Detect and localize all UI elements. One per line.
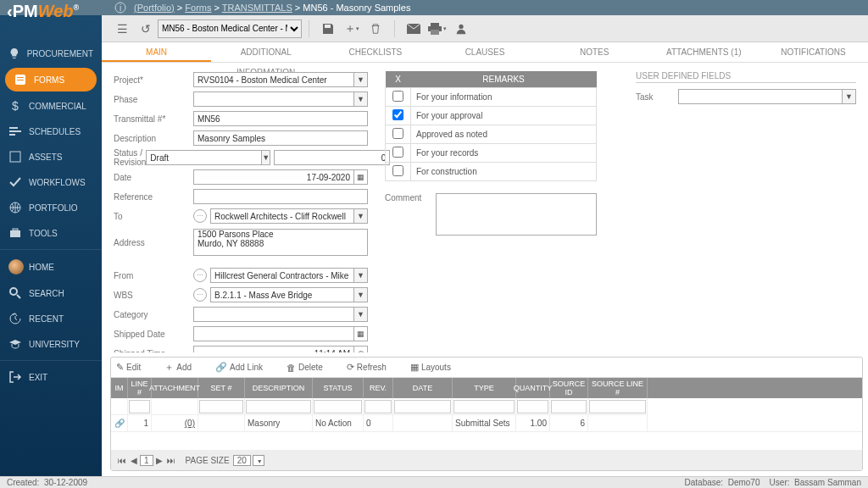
grid-col-source-id[interactable]: SOURCE ID bbox=[550, 378, 588, 398]
filter-input[interactable] bbox=[394, 400, 451, 413]
sidebar-item-forms[interactable]: FORMS bbox=[5, 68, 97, 92]
delete-icon[interactable] bbox=[365, 19, 386, 39]
user-icon[interactable] bbox=[451, 19, 471, 39]
bc-forms[interactable]: Forms bbox=[185, 3, 211, 13]
grid-col-line[interactable]: LINE # bbox=[128, 378, 152, 398]
list-view-icon[interactable]: ☰ bbox=[112, 19, 132, 39]
sidebar-item-assets[interactable]: ASSETS bbox=[0, 144, 102, 169]
sidebar-item-procurement[interactable]: PROCUREMENT bbox=[0, 41, 102, 66]
grid-col-status[interactable]: STATUS bbox=[313, 378, 364, 398]
sidebar-item-schedules[interactable]: SCHEDULES bbox=[0, 119, 102, 144]
tab-checklists[interactable]: CHECKLISTS bbox=[320, 42, 430, 62]
pager-first-icon[interactable]: ⏮ bbox=[116, 456, 128, 465]
chevron-down-icon[interactable]: ▼ bbox=[354, 92, 368, 107]
chevron-down-icon[interactable]: ▼ bbox=[354, 307, 368, 322]
remark-checkbox[interactable] bbox=[392, 165, 403, 176]
chevron-down-icon[interactable]: ▼ bbox=[354, 72, 368, 87]
status-field[interactable] bbox=[146, 150, 262, 165]
grid-col-description[interactable]: DESCRIPTION bbox=[245, 378, 313, 398]
task-field[interactable] bbox=[678, 89, 843, 104]
grid-col-rev[interactable]: REV. bbox=[364, 378, 393, 398]
print-icon[interactable]: ▾ bbox=[427, 19, 448, 39]
page-size-value[interactable]: 20 bbox=[233, 455, 251, 466]
grid-col-attachment[interactable]: ATTACHMENT bbox=[152, 378, 198, 398]
tab-main[interactable]: MAIN bbox=[102, 42, 211, 62]
table-row[interactable]: 🔗 1 (0) Masonry No Action 0 Submittal Se… bbox=[111, 415, 862, 432]
sidebar-item-exit[interactable]: EXIT bbox=[0, 364, 102, 390]
sidebar-item-portfolio[interactable]: PORTFOLIO bbox=[0, 195, 102, 220]
date-field[interactable] bbox=[193, 169, 354, 185]
grid-col-source-line[interactable]: SOURCE LINE # bbox=[588, 378, 648, 398]
tab-additional[interactable]: ADDITIONAL INFORMATION bbox=[211, 42, 320, 62]
sidebar-item-tools[interactable]: TOOLS bbox=[0, 220, 102, 246]
tab-clauses[interactable]: CLAUSES bbox=[430, 42, 539, 62]
tab-notifications[interactable]: NOTIFICATIONS bbox=[759, 42, 868, 62]
filter-input[interactable] bbox=[314, 400, 362, 413]
filter-input[interactable] bbox=[589, 400, 646, 413]
sidebar-item-commercial[interactable]: $COMMERCIAL bbox=[0, 93, 102, 119]
sidebar-item-workflows[interactable]: WORKFLOWS bbox=[0, 169, 102, 195]
filter-input[interactable] bbox=[453, 400, 515, 413]
reference-field[interactable] bbox=[193, 189, 368, 204]
remark-checkbox[interactable] bbox=[392, 91, 403, 102]
grid-col-date[interactable]: DATE bbox=[393, 378, 453, 398]
grid-refresh-button[interactable]: ⟳Refresh bbox=[347, 362, 398, 373]
link-icon[interactable]: 🔗 bbox=[111, 415, 128, 431]
grid-col-set[interactable]: SET # bbox=[198, 378, 245, 398]
save-icon[interactable] bbox=[318, 19, 338, 39]
chevron-down-icon[interactable]: ▼ bbox=[354, 208, 368, 224]
mail-icon[interactable] bbox=[403, 19, 424, 39]
chevron-down-icon[interactable]: ▼ bbox=[262, 150, 270, 165]
remark-checkbox[interactable] bbox=[392, 147, 403, 158]
pager-page[interactable]: 1 bbox=[140, 455, 153, 466]
calendar-icon[interactable]: ▦ bbox=[354, 326, 368, 341]
sidebar-item-search[interactable]: SEARCH bbox=[0, 280, 102, 306]
add-icon[interactable]: ＋▾ bbox=[342, 19, 362, 39]
grid-layouts-button[interactable]: ▦Layouts bbox=[410, 362, 463, 373]
sidebar-item-recent[interactable]: RECENT bbox=[0, 306, 102, 331]
filter-input[interactable] bbox=[129, 400, 150, 413]
tab-attachments[interactable]: ATTACHMENTS (1) bbox=[649, 42, 759, 62]
cell-attachment[interactable]: (0) bbox=[152, 415, 198, 431]
undo-icon[interactable]: ↺ bbox=[136, 19, 156, 39]
sidebar-item-university[interactable]: UNIVERSITY bbox=[0, 331, 102, 357]
record-selector[interactable]: MN56 - Boston Medical Center - Ma bbox=[158, 19, 302, 38]
comment-field[interactable] bbox=[436, 193, 597, 236]
remark-checkbox[interactable] bbox=[392, 128, 403, 139]
filter-input[interactable] bbox=[246, 400, 311, 413]
grid-col-type[interactable]: TYPE bbox=[453, 378, 516, 398]
filter-input[interactable] bbox=[517, 400, 548, 413]
tab-notes[interactable]: NOTES bbox=[540, 42, 649, 62]
remark-checkbox[interactable] bbox=[392, 109, 403, 120]
lookup-icon[interactable]: ⋯ bbox=[193, 269, 207, 282]
phase-field[interactable] bbox=[193, 92, 354, 107]
pager-next-icon[interactable]: ▶ bbox=[153, 456, 165, 465]
chevron-down-icon[interactable]: ▼ bbox=[354, 287, 368, 302]
grid-add-button[interactable]: ＋Add bbox=[164, 361, 203, 374]
grid-delete-button[interactable]: 🗑Delete bbox=[287, 363, 335, 373]
pager-prev-icon[interactable]: ◀ bbox=[128, 456, 140, 465]
lookup-icon[interactable]: ⋯ bbox=[193, 209, 207, 223]
shipped-date-field[interactable] bbox=[193, 326, 354, 341]
revision-field[interactable] bbox=[274, 150, 390, 165]
grid-col-img[interactable]: IM bbox=[111, 378, 128, 398]
filter-input[interactable] bbox=[199, 400, 243, 413]
grid-add-link-button[interactable]: 🔗Add Link bbox=[215, 362, 275, 373]
chevron-down-icon[interactable]: ▼ bbox=[354, 268, 368, 283]
calendar-icon[interactable]: ▦ bbox=[354, 169, 368, 185]
description-field[interactable] bbox=[193, 130, 368, 146]
sidebar-item-home[interactable]: HOME bbox=[0, 253, 102, 280]
chevron-down-icon[interactable]: ▼ bbox=[843, 89, 856, 104]
pager-last-icon[interactable]: ⏭ bbox=[165, 456, 177, 465]
category-field[interactable] bbox=[193, 307, 354, 322]
address-field[interactable] bbox=[193, 229, 368, 256]
lookup-icon[interactable]: ⋯ bbox=[193, 288, 207, 302]
to-field[interactable] bbox=[210, 208, 354, 224]
project-field[interactable] bbox=[193, 72, 354, 87]
shipped-time-field[interactable] bbox=[193, 346, 354, 352]
bc-portfolio[interactable]: (Portfolio) bbox=[134, 3, 175, 13]
bc-transmittals[interactable]: TRANSMITTALS bbox=[222, 3, 292, 13]
grid-col-quantity[interactable]: QUANTITY bbox=[516, 378, 550, 398]
wbs-field[interactable] bbox=[210, 287, 354, 302]
grid-edit-button[interactable]: ✎Edit bbox=[116, 362, 153, 373]
